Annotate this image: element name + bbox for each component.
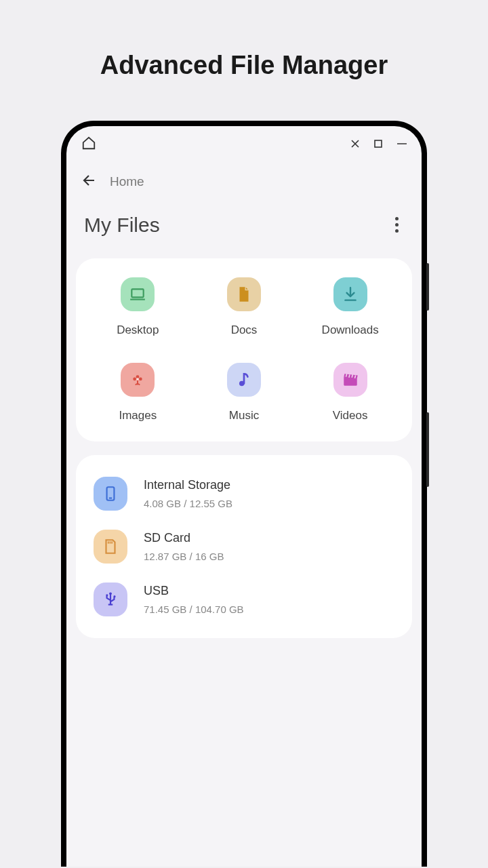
phone-frame: Home My Files Desktop Docs Downloads Ima… — [61, 121, 427, 867]
storage-size: 4.08 GB / 12.55 GB — [144, 498, 232, 509]
home-icon[interactable] — [81, 136, 96, 153]
svg-rect-17 — [106, 594, 108, 596]
storage-item-internal-storage[interactable]: Internal Storage 4.08 GB / 12.55 GB — [94, 477, 394, 511]
section-title: My Files — [84, 214, 160, 237]
close-icon[interactable] — [351, 138, 359, 151]
storage-name: Internal Storage — [144, 478, 232, 492]
back-button[interactable] — [81, 172, 98, 191]
svg-point-7 — [139, 378, 142, 381]
category-label: Downloads — [322, 323, 379, 337]
section-header: My Files — [66, 212, 422, 258]
categories-card: Desktop Docs Downloads Images Music Vide… — [76, 258, 412, 441]
svg-point-18 — [113, 595, 115, 597]
phone-icon — [94, 477, 127, 511]
svg-point-8 — [137, 378, 139, 380]
svg-point-6 — [134, 378, 137, 381]
side-button — [426, 412, 429, 487]
page-title: Advanced File Manager — [0, 0, 488, 121]
side-button — [426, 263, 429, 311]
laptop-icon — [121, 277, 155, 311]
storage-item-sd-card[interactable]: SD Card 12.87 GB / 16 GB — [94, 530, 394, 564]
sdcard-icon — [94, 530, 127, 564]
category-label: Music — [229, 409, 259, 422]
storage-info: USB 71.45 GB / 104.70 GB — [144, 584, 244, 615]
category-label: Images — [119, 409, 157, 422]
window-controls — [351, 138, 407, 151]
storage-name: USB — [144, 584, 244, 598]
category-downloads[interactable]: Downloads — [300, 277, 400, 337]
note-icon — [227, 363, 261, 397]
phone-screen: Home My Files Desktop Docs Downloads Ima… — [66, 126, 422, 867]
category-docs[interactable]: Docs — [195, 277, 294, 337]
storage-size: 12.87 GB / 16 GB — [144, 551, 224, 562]
storage-item-usb[interactable]: USB 71.45 GB / 104.70 GB — [94, 583, 394, 616]
storage-info: SD Card 12.87 GB / 16 GB — [144, 531, 224, 562]
category-desktop[interactable]: Desktop — [88, 277, 188, 337]
flower-icon — [121, 363, 155, 397]
minimize-icon[interactable] — [397, 138, 407, 151]
storage-card: Internal Storage 4.08 GB / 12.55 GB SD C… — [76, 455, 412, 638]
status-bar — [66, 126, 422, 159]
storage-name: SD Card — [144, 531, 224, 545]
clapper-icon — [333, 363, 367, 397]
svg-rect-2 — [132, 289, 144, 297]
document-icon — [227, 277, 261, 311]
category-images[interactable]: Images — [88, 363, 188, 422]
category-label: Docs — [231, 323, 258, 337]
breadcrumb: Home — [110, 174, 144, 189]
more-menu-button[interactable] — [390, 212, 404, 238]
category-videos[interactable]: Videos — [300, 363, 400, 422]
nav-row: Home — [66, 159, 422, 212]
storage-size: 71.45 GB / 104.70 GB — [144, 604, 244, 615]
category-music[interactable]: Music — [195, 363, 294, 422]
svg-rect-0 — [375, 140, 382, 147]
usb-icon — [94, 583, 127, 616]
download-icon — [333, 277, 367, 311]
storage-info: Internal Storage 4.08 GB / 12.55 GB — [144, 478, 232, 509]
category-label: Desktop — [117, 323, 159, 337]
maximize-icon[interactable] — [374, 138, 382, 151]
category-label: Videos — [333, 409, 368, 422]
